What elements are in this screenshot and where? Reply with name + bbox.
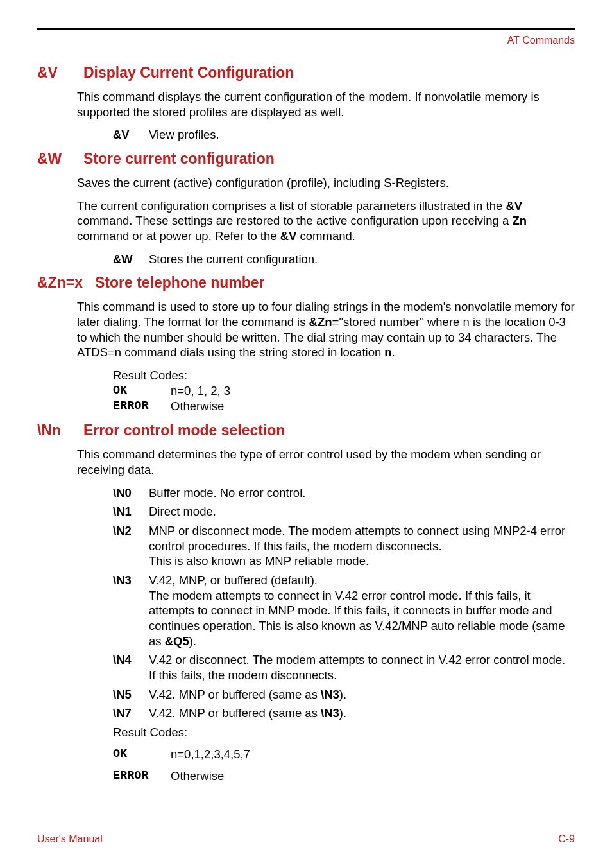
w-para1: Saves the current (active) configuration… [77,175,575,191]
n0-desc: Buffer mode. No error control. [149,485,575,501]
w-para2: The current configuration comprises a li… [77,198,575,244]
n3-desc2-post: ). [189,634,196,648]
v-def-desc: View profiles. [149,127,575,143]
heading-z: &Zn=x Store telephone number [37,274,575,291]
n5-desc-post: ). [339,688,346,701]
n-def-row-1: \N1 Direct mode. [113,504,575,519]
n3-desc: V.42, MNP, or buffered (default). The mo… [149,573,575,648]
n-def-row-2: \N2 MNP or disconnect mode. The modem at… [113,523,575,569]
w-para2-b3: &V [280,229,297,243]
z-results: Result Codes: OK n=0, 1, 2, 3 ERROR Othe… [113,368,575,414]
w-para2-b1: &V [506,199,522,213]
v-para1: This command displays the current config… [77,89,575,119]
footer-left: User's Manual [37,833,103,845]
n-def-row-7: \N7 V.42. MNP or buffered (same as \N3). [113,706,575,721]
n2-desc1: MNP or disconnect mode. The modem attemp… [149,524,565,553]
n-def-row-5: \N5 V.42. MNP or buffered (same as \N3). [113,687,575,702]
n7-desc-pre: V.42. MNP or buffered (same as [149,706,321,720]
n-result-row-1: ERROR Otherwise [113,768,575,784]
n0-label: \N0 [113,485,149,501]
n4-label: \N4 [113,652,149,682]
n5-desc-pre: V.42. MNP or buffered (same as [149,688,321,701]
z-result-row-0: OK n=0, 1, 2, 3 [113,383,575,399]
z-result-code-0: OK [113,383,171,399]
n2-label: \N2 [113,523,149,569]
n2-desc2: This is also known as MNP reliable mode. [149,554,369,568]
n7-label: \N7 [113,706,149,721]
heading-z-code: &Zn=x [37,274,95,291]
w-para2-post: command. [296,229,355,243]
w-para2-pre: The current configuration comprises a li… [77,199,506,213]
n-def-row-0: \N0 Buffer mode. No error control. [113,485,575,501]
footer-right: C-9 [558,833,575,845]
z-result-desc-0: n=0, 1, 2, 3 [171,383,230,399]
z-para1-b2: n [384,345,391,359]
z-para1-post: . [392,345,395,359]
z-result-desc-1: Otherwise [171,399,224,414]
n5-desc-b: \N3 [321,688,339,701]
v-def-label: &V [113,127,149,143]
w-para2-mid2: command or at power up. Refer to the [77,229,280,243]
n5-desc: V.42. MNP or buffered (same as \N3). [149,687,575,702]
header-right: AT Commands [37,35,575,46]
heading-w-title: Store current configuration [83,150,275,168]
n3-desc2-pre: The modem attempts to connect in V.42 er… [149,589,565,648]
v-def-row: &V View profiles. [113,127,575,143]
n3-desc2-b: &Q5 [165,634,189,648]
heading-v-code: &V [37,64,83,82]
heading-w-code: &W [37,150,83,168]
n3-label: \N3 [113,573,149,648]
n-results: Result Codes: OK n=0,1,2,3,4,5,7 ERROR O… [113,725,575,784]
n-result-desc-1: Otherwise [171,768,224,784]
n3-desc1: V.42, MNP, or buffered (default). [149,573,318,587]
n-para1: This command determines the type of erro… [77,447,575,477]
n2-desc: MNP or disconnect mode. The modem attemp… [149,523,575,569]
w-def-label: &W [113,252,149,267]
heading-n-title: Error control mode selection [83,422,285,439]
header-rule [37,28,575,30]
z-results-label: Result Codes: [113,368,575,383]
page-content: AT Commands &V Display Current Configura… [0,0,612,784]
w-def-row: &W Stores the current configuration. [113,252,575,267]
heading-v: &V Display Current Configuration [37,64,575,82]
n-def-row-3: \N3 V.42, MNP, or buffered (default). Th… [113,573,575,648]
n-result-desc-0: n=0,1,2,3,4,5,7 [171,747,250,762]
n-result-code-1: ERROR [113,768,171,784]
heading-w: &W Store current configuration [37,150,575,168]
n7-desc: V.42. MNP or buffered (same as \N3). [149,706,575,721]
n-result-code-0: OK [113,747,171,762]
heading-v-title: Display Current Configuration [83,64,294,82]
n4-desc: V.42 or disconnect. The modem attempts t… [149,652,575,682]
n1-desc: Direct mode. [149,504,575,519]
n-def-row-4: \N4 V.42 or disconnect. The modem attemp… [113,652,575,682]
n7-desc-b: \N3 [321,706,339,720]
n1-label: \N1 [113,504,149,519]
n-results-label: Result Codes: [113,725,575,740]
n7-desc-post: ). [339,706,346,720]
page-footer: User's Manual C-9 [37,833,575,845]
w-para2-b2: Zn [512,214,527,227]
z-result-row-1: ERROR Otherwise [113,399,575,414]
z-para1: This command is used to store up to four… [77,299,575,360]
n5-label: \N5 [113,687,149,702]
z-para1-b1: &Zn [309,315,332,329]
w-def-desc: Stores the current configuration. [149,252,575,267]
z-result-code-1: ERROR [113,399,171,414]
heading-z-title: Store telephone number [95,274,265,291]
heading-n-code: \Nn [37,422,83,439]
n-result-row-0: OK n=0,1,2,3,4,5,7 [113,747,575,762]
w-para2-mid1: command. These settings are restored to … [77,214,512,227]
heading-n: \Nn Error control mode selection [37,422,575,439]
